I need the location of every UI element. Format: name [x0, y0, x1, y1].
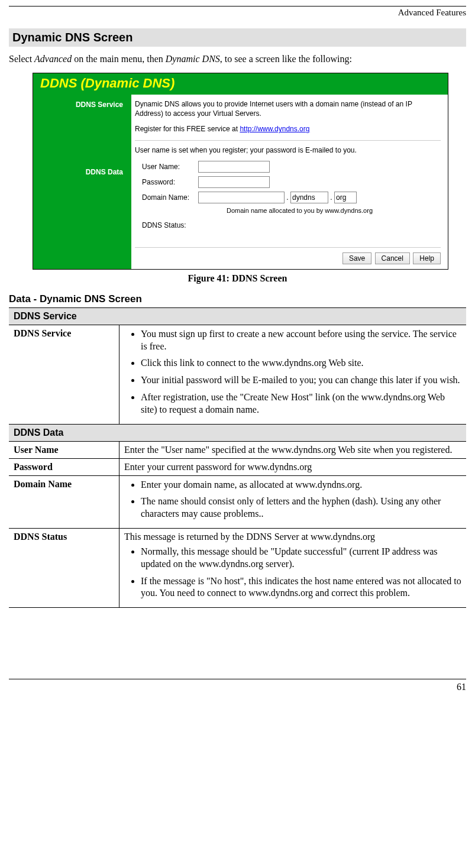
intro-post: , to see a screen like the following: — [220, 54, 352, 64]
page-footer: 61 — [9, 679, 466, 692]
intro-paragraph: Select Advanced on the main menu, then D… — [9, 54, 466, 64]
label-domain-name: Domain Name: — [142, 193, 198, 202]
table-header-data: DDNS Data — [9, 424, 466, 441]
label-password: Password: — [142, 178, 198, 186]
desc-line-2-pre: Register for this FREE service at — [135, 125, 240, 133]
bullet-r4-1: Enter your domain name, as allocated at … — [141, 479, 461, 491]
table-row-password: Password Enter your current password for… — [9, 458, 466, 475]
save-button[interactable]: Save — [342, 252, 371, 264]
screenshot-titlebar: DDNS (Dynamic DNS) — [33, 73, 448, 95]
subsection-heading: Data - Dynamic DNS Screen — [9, 293, 466, 305]
sidebar-label-service: DDNS Service — [33, 101, 127, 109]
domain-caption: Domain name allocated to you by www.dynd… — [135, 207, 441, 214]
help-button[interactable]: Help — [413, 252, 441, 264]
cell-content-status: This message is returned by the DDNS Ser… — [119, 528, 467, 607]
domain-input-2[interactable] — [290, 192, 328, 203]
figure-caption: Figure 41: DDNS Screen — [9, 273, 466, 284]
password-input[interactable] — [198, 176, 270, 188]
dot1: . — [285, 193, 290, 202]
table-row-service: DDNS Service You must sign up first to c… — [9, 325, 466, 424]
ddns-screenshot: DDNS (Dynamic DNS) DDNS Service DDNS Dat… — [33, 73, 448, 270]
header-ddns-data: DDNS Data — [9, 424, 466, 441]
label-user-name: User Name: — [142, 163, 198, 171]
intro-em2: Dynamic DNS — [166, 54, 220, 64]
bullet-r1-1: You must sign up first to create a new a… — [141, 328, 461, 353]
cell-content-password: Enter your current password for www.dynd… — [119, 458, 467, 475]
button-bar: Save Cancel Help — [135, 247, 441, 264]
page-header: Advanced Features — [9, 6, 466, 18]
bullet-r1-4: After registration, use the "Create New … — [141, 391, 461, 416]
domain-input-1[interactable] — [198, 192, 285, 203]
divider — [135, 140, 441, 141]
cell-content-ddns-service: You must sign up first to create a new a… — [119, 325, 467, 424]
cell-label-username: User Name — [9, 441, 119, 458]
bullet-r5-2: If the message is "No host", this indica… — [141, 575, 461, 600]
cell-content-username: Enter the "User name" specified at the w… — [119, 441, 467, 458]
sidebar-label-data: DDNS Data — [33, 168, 127, 176]
cell-label-ddns-service: DDNS Service — [9, 325, 119, 424]
domain-input-3[interactable] — [334, 192, 357, 203]
table-row-username: User Name Enter the "User name" specifie… — [9, 441, 466, 458]
screenshot-sidebar: DDNS Service DDNS Data — [33, 95, 131, 269]
label-ddns-status: DDNS Status: — [142, 221, 198, 229]
desc-line-3: User name is set when you register; your… — [135, 145, 441, 155]
cell-content-domain: Enter your domain name, as allocated at … — [119, 475, 467, 528]
screenshot-title: DDNS (Dynamic DNS) — [40, 76, 175, 90]
bullet-r4-2: The name should consist only of letters … — [141, 495, 461, 520]
intro-mid: on the main menu, then — [72, 54, 166, 64]
table-header-service: DDNS Service — [9, 307, 466, 325]
data-table: DDNS Service DDNS Service You must sign … — [9, 307, 466, 608]
intro-em1: Advanced — [34, 54, 72, 64]
table-row-domain: Domain Name Enter your domain name, as a… — [9, 475, 466, 528]
table-row-status: DDNS Status This message is returned by … — [9, 528, 466, 607]
desc-line-1: Dynamic DNS allows you to provide Intern… — [135, 99, 441, 118]
cancel-button[interactable]: Cancel — [375, 252, 410, 264]
header-ddns-service: DDNS Service — [9, 307, 466, 325]
bullet-r1-3: Your initial password will be E-mailed t… — [141, 374, 461, 387]
bullet-r1-2: Click this link to connect to the www.dy… — [141, 357, 461, 370]
cell-label-domain: Domain Name — [9, 475, 119, 528]
user-name-input[interactable] — [198, 161, 270, 173]
bullet-r5-1: Normally, this message should be "Update… — [141, 546, 461, 571]
screenshot-panel: Dynamic DNS allows you to provide Intern… — [131, 95, 448, 269]
dot2: . — [328, 193, 334, 202]
status-intro: This message is returned by the DDNS Ser… — [124, 532, 461, 542]
chapter-title: Advanced Features — [398, 8, 466, 17]
page-number: 61 — [457, 682, 466, 692]
cell-label-status: DDNS Status — [9, 528, 119, 607]
section-heading: Dynamic DNS Screen — [9, 28, 466, 47]
dyndns-link[interactable]: http://www.dyndns.org — [240, 125, 309, 133]
cell-label-password: Password — [9, 458, 119, 475]
intro-pre: Select — [9, 54, 34, 64]
desc-line-2: Register for this FREE service at http:/… — [135, 124, 441, 134]
